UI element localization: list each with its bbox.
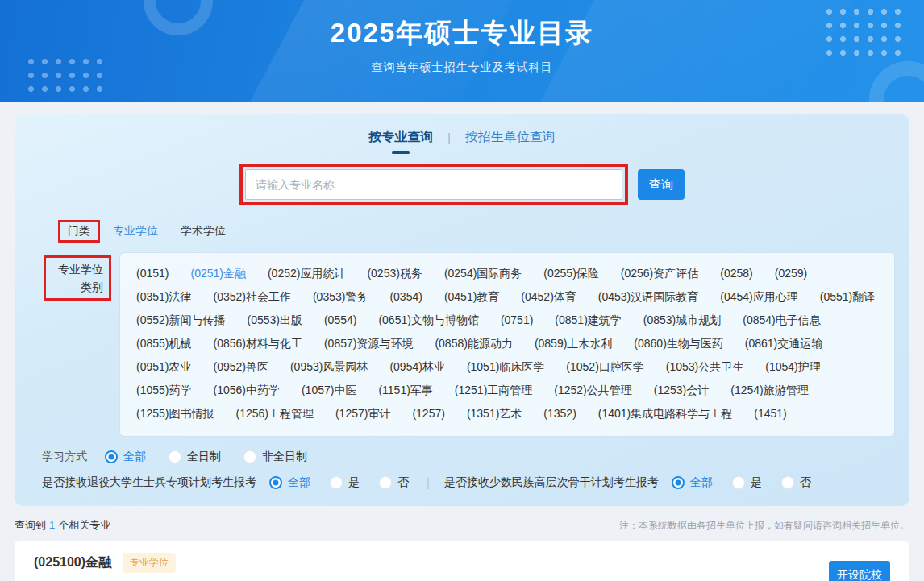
category-item[interactable]: (1057)中医 (302, 379, 356, 402)
category-item[interactable]: (1254)旅游管理 (730, 379, 808, 402)
category-item[interactable]: (0256)资产评估 (621, 262, 698, 285)
query-card: 按专业查询 | 按招生单位查询 查询 门类 专业学位学术学位 专业学位 类别 (… (15, 114, 909, 506)
category-item[interactable]: (1257)审计 (335, 402, 390, 425)
page-banner: 2025年硕士专业目录 查询当年硕士招生专业及考试科目 (0, 0, 924, 102)
category-list: (0151)(0251)金融(0252)应用统计(0253)税务(0254)国际… (119, 252, 895, 437)
tab-by-major[interactable]: 按专业查询 (368, 129, 433, 146)
menlei-row: 门类 专业学位学术学位 (58, 220, 909, 243)
radio-option[interactable]: 否 (379, 475, 409, 490)
category-item[interactable]: (0259) (775, 262, 807, 285)
category-item[interactable]: (1151)军事 (378, 379, 432, 402)
category-section: 专业学位 类别 (0151)(0251)金融(0252)应用统计(0253)税务… (44, 252, 895, 437)
dots-decoration (822, 5, 903, 56)
category-item[interactable]: (0861)交通运输 (745, 332, 822, 355)
major-title[interactable]: (025100)金融 (34, 554, 111, 571)
category-item[interactable]: (0352)社会工作 (213, 285, 290, 309)
radio-option[interactable]: 是 (732, 475, 762, 490)
category-type-label-line1: 专业学位 (52, 260, 103, 278)
degree-tab[interactable]: 专业学位 (113, 224, 158, 239)
category-item[interactable]: (1252)公共管理 (554, 379, 631, 402)
category-item[interactable]: (1053)公共卫生 (666, 355, 743, 379)
category-item[interactable]: (0952)兽医 (213, 355, 268, 379)
category-item[interactable]: (0554) (324, 309, 356, 332)
category-item[interactable]: (1054)护理 (765, 355, 820, 379)
radio-option[interactable]: 是 (330, 475, 360, 490)
category-item[interactable]: (0453)汉语国际教育 (598, 285, 698, 309)
study-mode-label: 学习方式 (42, 450, 87, 464)
category-item[interactable]: (0254)国际商务 (444, 262, 522, 285)
category-item[interactable]: (0452)体育 (521, 285, 576, 309)
category-item[interactable]: (0151) (136, 262, 169, 285)
category-item[interactable]: (0860)生物与医药 (634, 332, 722, 355)
category-item[interactable]: (0354) (389, 285, 422, 309)
category-item[interactable]: (0552)新闻与传播 (136, 309, 225, 332)
category-item[interactable]: (0451)教育 (444, 285, 499, 309)
radio-option[interactable]: 全日制 (169, 450, 221, 464)
result-card-info: (025100)金融 专业学位 专业学位类别：(0251)金融 (34, 553, 176, 581)
radio-label: 全日制 (187, 450, 221, 464)
degree-tab[interactable]: 学术学位 (181, 224, 226, 239)
category-item[interactable]: (1253)会计 (654, 379, 709, 402)
veteran-plan-options: 全部是否 (269, 475, 409, 490)
plans-separator: | (427, 476, 430, 489)
radio-icon (781, 476, 794, 489)
category-item[interactable]: (1257) (412, 402, 444, 425)
category-item[interactable]: (0854)电子信息 (743, 309, 820, 332)
minority-plan-label: 是否接收少数民族高层次骨干计划考生报考 (444, 475, 659, 490)
category-item[interactable]: (1352) (543, 402, 576, 425)
radio-option[interactable]: 否 (781, 475, 811, 490)
category-item[interactable]: (0954)林业 (389, 355, 444, 379)
study-mode-options: 全部全日制非全日制 (105, 450, 307, 464)
category-item[interactable]: (0351)法律 (136, 285, 191, 309)
category-item[interactable]: (1056)中药学 (213, 379, 279, 402)
category-item[interactable]: (0253)税务 (367, 262, 422, 285)
category-item[interactable]: (0859)土木水利 (535, 332, 612, 355)
category-item[interactable]: (0853)城市规划 (643, 309, 721, 332)
category-item[interactable]: (1451) (754, 402, 786, 425)
search-button[interactable]: 查询 (638, 169, 685, 200)
annotation-box-category-label: 专业学位 类别 (44, 255, 111, 301)
category-item[interactable]: (0251)金融 (190, 262, 245, 285)
category-item[interactable]: (0953)风景园林 (290, 355, 368, 379)
category-item[interactable]: (0258) (720, 262, 752, 285)
category-item[interactable]: (0851)建筑学 (555, 309, 621, 332)
category-item[interactable]: (0856)材料与化工 (213, 332, 302, 355)
category-item[interactable]: (1351)艺术 (467, 402, 522, 425)
category-item[interactable]: (1052)口腔医学 (566, 355, 643, 379)
radio-option[interactable]: 全部 (269, 475, 310, 490)
radio-icon (379, 476, 392, 489)
category-item[interactable]: (0454)应用心理 (720, 285, 797, 309)
category-item[interactable]: (0551)翻译 (820, 285, 875, 309)
category-item[interactable]: (0651)文物与博物馆 (378, 309, 478, 332)
category-type-label-line2: 类别 (52, 278, 103, 296)
category-item[interactable]: (1051)临床医学 (467, 355, 544, 379)
category-item[interactable]: (1255)图书情报 (136, 402, 214, 425)
radio-label: 是 (348, 475, 360, 490)
result-note: 注：本系统数据由各招生单位上报，如有疑问请咨询相关招生单位。 (619, 519, 909, 533)
radio-icon (243, 450, 256, 463)
category-item[interactable]: (1251)工商管理 (455, 379, 532, 402)
radio-icon (672, 476, 685, 489)
category-item[interactable]: (0252)应用统计 (268, 262, 345, 285)
radio-option[interactable]: 非全日制 (243, 450, 307, 464)
search-input[interactable] (245, 169, 622, 200)
category-item[interactable]: (0751) (501, 309, 533, 332)
result-bar: 查询到1个相关专业 注：本系统数据由各招生单位上报，如有疑问请咨询相关招生单位。 (15, 518, 909, 533)
radio-option[interactable]: 全部 (105, 450, 146, 464)
category-item[interactable]: (0353)警务 (313, 285, 368, 309)
category-item[interactable]: (0951)农业 (136, 355, 191, 379)
radio-label: 否 (397, 475, 409, 490)
category-item[interactable]: (0855)机械 (136, 332, 191, 355)
category-item[interactable]: (0858)能源动力 (435, 332, 512, 355)
radio-option[interactable]: 全部 (672, 475, 713, 490)
category-item[interactable]: (1055)药学 (136, 379, 191, 402)
radio-label: 是 (751, 475, 762, 490)
tab-by-unit[interactable]: 按招生单位查询 (465, 129, 556, 146)
category-item[interactable]: (0553)出版 (247, 309, 302, 332)
open-schools-button[interactable]: 开设院校 (829, 561, 890, 581)
category-item[interactable]: (1401)集成电路科学与工程 (598, 402, 732, 425)
minority-plan-options: 全部是否 (672, 475, 811, 490)
category-item[interactable]: (0255)保险 (543, 262, 598, 285)
category-item[interactable]: (1256)工程管理 (235, 402, 313, 425)
category-item[interactable]: (0857)资源与环境 (324, 332, 413, 355)
